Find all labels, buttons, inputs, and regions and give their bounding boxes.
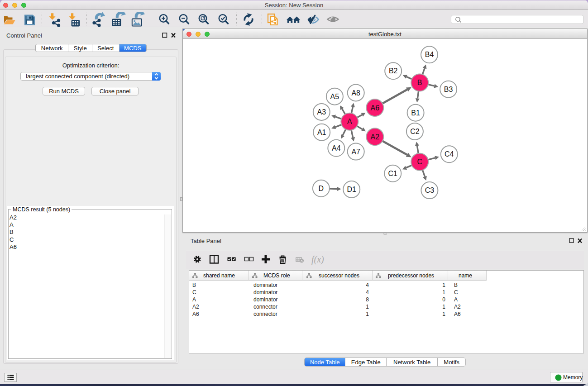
- svg-text:D1: D1: [347, 186, 356, 193]
- svg-text:A1: A1: [317, 129, 326, 136]
- svg-text:A4: A4: [332, 144, 341, 152]
- svg-text:C2: C2: [410, 128, 420, 135]
- svg-text:A8: A8: [351, 89, 360, 97]
- svg-text:C1: C1: [388, 170, 398, 177]
- svg-text:C: C: [417, 158, 422, 166]
- svg-text:C4: C4: [445, 150, 454, 158]
- svg-text:C3: C3: [425, 186, 435, 194]
- svg-text:D: D: [319, 185, 324, 192]
- svg-text:A2: A2: [371, 133, 380, 141]
- svg-text:A6: A6: [371, 104, 380, 112]
- svg-text:A7: A7: [351, 148, 360, 156]
- svg-text:B1: B1: [411, 109, 420, 117]
- svg-text:B2: B2: [389, 67, 398, 75]
- svg-text:B3: B3: [444, 86, 453, 93]
- svg-text:f(x): f(x): [311, 254, 324, 265]
- svg-text:A5: A5: [330, 93, 339, 100]
- svg-text:B4: B4: [425, 51, 434, 58]
- svg-text:A3: A3: [317, 108, 326, 116]
- svg-text:B: B: [417, 79, 422, 86]
- svg-text:A: A: [347, 118, 352, 125]
